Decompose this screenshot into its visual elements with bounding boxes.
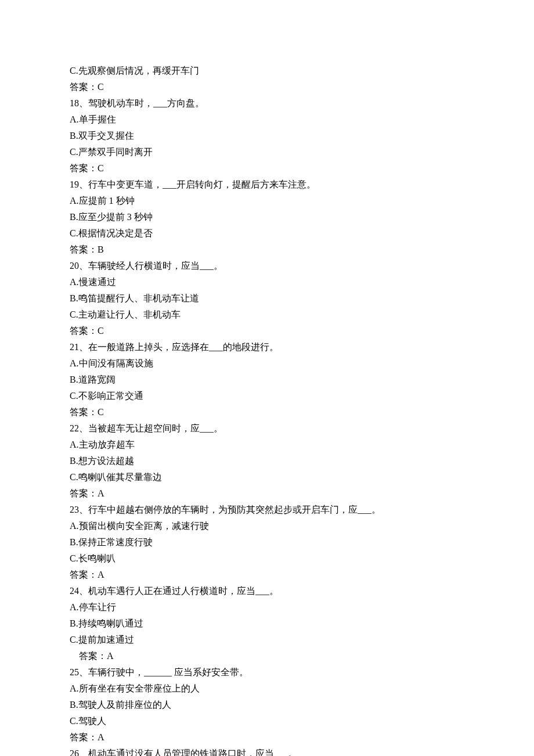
text-line: B.鸣笛提醒行人、非机动车让道 [70, 290, 464, 307]
text-line: A.应提前 1 秒钟 [70, 193, 464, 209]
text-line: 21、在一般道路上掉头，应选择在___的地段进行。 [70, 339, 464, 355]
document-body: C.先观察侧后情况，再缓开车门答案：C18、驾驶机动车时，___方向盘。A.单手… [70, 63, 464, 756]
text-line: 26、机动车通过没有人员管理的铁道路口时，应当___。 [70, 746, 464, 756]
text-line: 答案：C [70, 404, 464, 420]
text-line: 23、行车中超越右侧停放的车辆时，为预防其突然起步或开启车门，应___。 [70, 502, 464, 518]
text-line: B.道路宽阔 [70, 372, 464, 388]
text-line: A.主动放弃超车 [70, 437, 464, 453]
text-line: 答案：B [70, 242, 464, 258]
text-line: B.双手交叉握住 [70, 128, 464, 144]
text-line: 答案：C [70, 160, 464, 177]
text-line: C.主动避让行人、非机动车 [70, 307, 464, 323]
text-line: C.鸣喇叭催其尽量靠边 [70, 469, 464, 485]
text-line: 24、机动车遇行人正在通过人行横道时，应当___。 [70, 583, 464, 599]
text-line: 22、当被超车无让超空间时，应___。 [70, 420, 464, 437]
text-line: 答案：C [70, 79, 464, 95]
text-line: 18、驾驶机动车时，___方向盘。 [70, 95, 464, 111]
text-line: A.停车让行 [70, 599, 464, 615]
text-line: B.应至少提前 3 秒钟 [70, 209, 464, 225]
text-line: C.提前加速通过 [70, 632, 464, 648]
text-line: A.所有坐在有安全带座位上的人 [70, 681, 464, 697]
text-line: C.驾驶人 [70, 713, 464, 729]
text-line: 19、行车中变更车道，___开启转向灯，提醒后方来车注意。 [70, 177, 464, 193]
text-line: C.先观察侧后情况，再缓开车门 [70, 63, 464, 79]
text-line: A.慢速通过 [70, 274, 464, 290]
text-line: 答案：A [70, 567, 464, 583]
text-line: C.严禁双手同时离开 [70, 144, 464, 160]
text-line: C.不影响正常交通 [70, 388, 464, 404]
text-line: 答案：A [70, 729, 464, 746]
text-line: B.想方设法超越 [70, 453, 464, 469]
text-line: 答案：A [70, 648, 464, 664]
text-line: A.预留出横向安全距离，减速行驶 [70, 518, 464, 534]
text-line: 25、车辆行驶中，______ 应当系好安全带。 [70, 664, 464, 681]
text-line: A.中间没有隔离设施 [70, 355, 464, 372]
text-line: B.驾驶人及前排座位的人 [70, 697, 464, 713]
text-line: B.保持正常速度行驶 [70, 534, 464, 550]
text-line: 答案：A [70, 485, 464, 502]
text-line: 答案：C [70, 323, 464, 339]
text-line: A.单手握住 [70, 111, 464, 128]
text-line: C.长鸣喇叭 [70, 550, 464, 567]
text-line: B.持续鸣喇叭通过 [70, 615, 464, 632]
text-line: 20、车辆驶经人行横道时，应当___。 [70, 258, 464, 274]
text-line: C.根据情况决定是否 [70, 225, 464, 242]
document-page: C.先观察侧后情况，再缓开车门答案：C18、驾驶机动车时，___方向盘。A.单手… [0, 0, 534, 756]
